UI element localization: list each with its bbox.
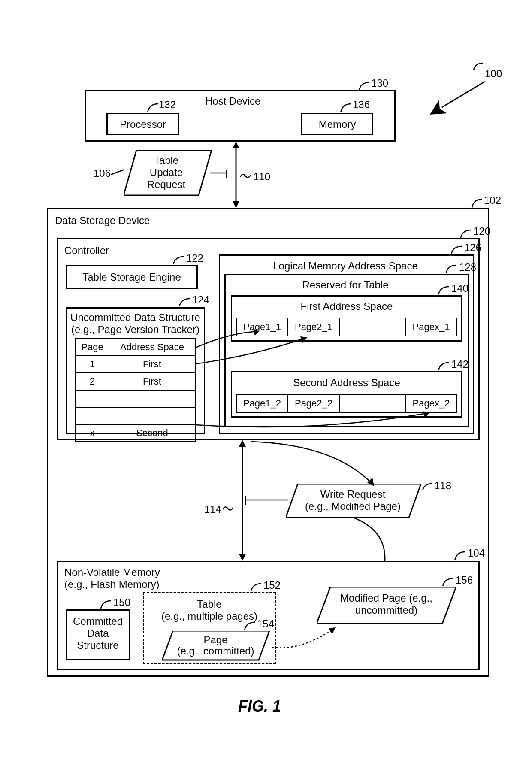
tb-l2: (e.g., multiple pages) xyxy=(161,610,257,622)
pvt-table-wrap: Page Address Space 1First 2First xSecond xyxy=(75,338,196,432)
pvt-h-space: Address Space xyxy=(109,339,195,356)
reserved-title: Reserved for Table xyxy=(266,279,425,291)
ref-118: 118 xyxy=(434,480,451,492)
pvt-r4-p: x xyxy=(76,424,109,442)
logical-title: Logical Memory Address Space xyxy=(253,260,438,272)
pvt-r1-s: First xyxy=(109,373,195,390)
cm-l2: Data xyxy=(87,627,109,639)
fc1: Page2_1 xyxy=(288,318,340,336)
uncommitted-title: Uncommitted Data Structure (e.g., Page V… xyxy=(66,312,205,336)
figure-caption: FIG. 1 xyxy=(238,697,281,715)
mp-l1: Modified Page (e.g., xyxy=(340,592,432,604)
table-storage-engine-label: Table Storage Engine xyxy=(66,271,198,283)
lead-106 xyxy=(111,169,125,176)
ref-106: 106 xyxy=(94,167,111,179)
ref-102: 102 xyxy=(484,194,501,206)
hook-100 xyxy=(473,62,486,71)
tur-l3: Request xyxy=(147,179,185,190)
svg-marker-2 xyxy=(233,142,239,148)
sc3: Pagex_2 xyxy=(406,395,456,412)
pvt-h-page: Page xyxy=(76,339,109,356)
ref-142: 142 xyxy=(451,358,469,370)
pg-l1: Page xyxy=(203,634,227,645)
table-update-request-text: Table Update Request xyxy=(131,154,202,191)
pvt-r3-p xyxy=(76,407,109,424)
tilde-110 xyxy=(239,172,251,181)
hook-130 xyxy=(358,82,371,91)
tur-l1: Table xyxy=(154,154,178,166)
pvt-r0-s: First xyxy=(109,356,195,373)
second-cells-row: Page1_2 Page2_2 Pagex_2 xyxy=(236,394,457,413)
ref-152: 152 xyxy=(263,579,281,591)
ref-120: 120 xyxy=(473,225,490,237)
ref-126: 126 xyxy=(464,242,481,254)
ref-140: 140 xyxy=(451,282,469,294)
host-device-title: Host Device xyxy=(205,95,260,107)
fc2 xyxy=(340,318,406,336)
sc2 xyxy=(340,395,406,412)
dsd-title: Data Storage Device xyxy=(55,215,150,227)
pvt-r2-s xyxy=(109,390,195,407)
first-cells-row: Page1_1 Page2_1 Pagex_1 xyxy=(236,318,457,336)
arrow-110 xyxy=(227,142,245,208)
svg-marker-3 xyxy=(233,201,239,208)
tb-l1: Table xyxy=(197,598,221,610)
first-space-title: First Address Space xyxy=(231,300,462,312)
nvm-title: Non-Volatile Memory (e.g., Flash Memory) xyxy=(64,566,160,590)
ref-100: 100 xyxy=(485,68,502,80)
committed-text: Committed Data Structure xyxy=(66,615,130,651)
modified-page-text: Modified Page (e.g., uncommitted) xyxy=(325,592,447,616)
unc-l1: Uncommitted Data Structure xyxy=(70,312,200,323)
pvt-r4-s: Second xyxy=(109,424,195,442)
unc-l2: (e.g., Page Version Tracker) xyxy=(71,324,200,335)
ref-136: 136 xyxy=(353,99,370,111)
tur-to-line xyxy=(210,170,236,182)
pvt-r1-p: 2 xyxy=(76,373,109,390)
svg-line-0 xyxy=(442,82,485,107)
controller-title: Controller xyxy=(64,245,109,257)
processor-label: Processor xyxy=(106,118,179,130)
wr-l1: Write Request xyxy=(320,488,386,500)
memory-label: Memory xyxy=(301,118,373,130)
table-dashed-text: Table (e.g., multiple pages) xyxy=(143,598,276,622)
ref-132: 132 xyxy=(159,99,176,111)
pg-l2: (e.g., committed) xyxy=(177,645,254,657)
pvt-r0-p: 1 xyxy=(76,356,109,373)
ref-122: 122 xyxy=(186,252,203,264)
wr-l2: (e.g., Modified Page) xyxy=(305,500,401,512)
ref-154: 154 xyxy=(257,618,274,630)
tur-l2: Update xyxy=(150,167,183,178)
ref-124: 124 xyxy=(192,294,209,306)
cm-l1: Committed xyxy=(73,615,123,627)
patent-figure: 100 Host Device 130 Processor 132 Memory… xyxy=(0,0,532,766)
sc1: Page2_2 xyxy=(288,395,340,412)
mp-l2: uncommitted) xyxy=(355,604,417,616)
ref-110: 110 xyxy=(253,171,270,183)
cm-l3: Structure xyxy=(77,639,118,651)
hook-102 xyxy=(471,198,484,209)
ref-128: 128 xyxy=(459,261,476,273)
nvm-l2: (e.g., Flash Memory) xyxy=(64,578,159,590)
fc3: Pagex_1 xyxy=(406,318,456,336)
pvt-table: Page Address Space 1First 2First xSecond xyxy=(75,338,196,442)
sc0: Page1_2 xyxy=(237,395,288,412)
svg-line-5 xyxy=(111,170,124,175)
pvt-r2-p xyxy=(76,390,109,407)
ref-104: 104 xyxy=(468,547,485,559)
page-text: Page (e.g., committed) xyxy=(169,634,262,657)
pvt-r3-s xyxy=(109,407,195,424)
arrow-100 xyxy=(429,82,489,112)
ref-130: 130 xyxy=(371,77,388,89)
nvm-l1: Non-Volatile Memory xyxy=(64,566,160,578)
ref-150: 150 xyxy=(113,596,130,609)
write-request-text: Write Request (e.g., Modified Page) xyxy=(296,488,410,512)
second-space-title: Second Address Space xyxy=(231,377,462,389)
fc0: Page1_1 xyxy=(237,318,288,336)
ref-156: 156 xyxy=(456,574,473,586)
ref-114: 114 xyxy=(204,503,221,515)
